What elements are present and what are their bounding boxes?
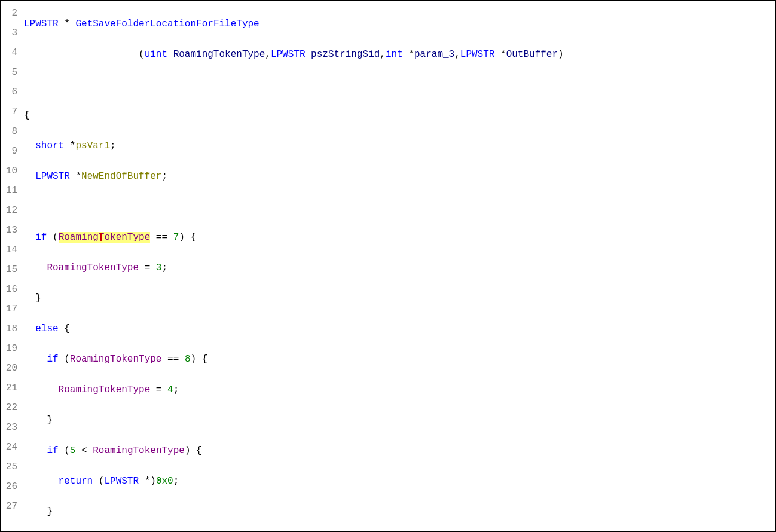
code-line[interactable]: if (RoamingTokenType == 8) { <box>24 350 771 369</box>
line-number: 10 <box>1 161 17 181</box>
code-line[interactable]: LPWSTR * GetSaveFolderLocationForFileTyp… <box>24 14 771 34</box>
var-token: RoamingTokenType <box>47 262 139 273</box>
lbrace-token: { <box>64 323 70 334</box>
var-token: RoamingTokenType <box>59 384 151 395</box>
line-number: 19 <box>1 339 17 359</box>
eq-token: == <box>167 354 179 365</box>
line-number: 8 <box>1 122 17 142</box>
rparen-token: ) <box>190 354 196 365</box>
lbrace-token: { <box>24 110 30 121</box>
semi-token: ; <box>173 384 179 395</box>
line-number: 14 <box>1 240 17 260</box>
var-token: RoamingTokenType <box>70 354 162 365</box>
lparen-token: ( <box>64 354 70 365</box>
code-line[interactable]: RoamingTokenType = 4; <box>24 380 771 400</box>
eq-token: == <box>156 232 167 243</box>
star-token: * <box>145 476 151 487</box>
var-token: NewEndOfBuffer <box>81 171 161 182</box>
line-number: 22 <box>1 398 17 418</box>
rparen-token: ) <box>150 476 156 487</box>
rparen-token: ) <box>185 445 191 456</box>
code-line[interactable]: return (LPWSTR *)0x0; <box>24 472 771 491</box>
comma-token: , <box>454 49 460 60</box>
line-number: 26 <box>1 477 17 497</box>
line-number: 9 <box>1 142 17 161</box>
line-number: 24 <box>1 438 17 457</box>
semi-token: ; <box>173 476 179 487</box>
comma-token: , <box>380 49 386 60</box>
line-number: 18 <box>1 319 17 339</box>
number-token: 4 <box>167 384 173 395</box>
line-number: 15 <box>1 260 17 280</box>
lparen-token: ( <box>64 445 70 456</box>
star-token: * <box>75 171 81 182</box>
type-token: LPWSTR <box>271 49 305 60</box>
lbrace-token: { <box>191 232 197 243</box>
star-token: * <box>500 49 506 60</box>
rbrace-token: } <box>35 293 41 304</box>
code-line[interactable]: (uint RoamingTokenType,LPWSTR pszStringS… <box>24 45 771 65</box>
star-token: * <box>70 140 76 151</box>
type-token: LPWSTR <box>104 476 139 487</box>
line-number: 20 <box>1 359 17 378</box>
type-token: short <box>35 140 64 151</box>
line-number: 7 <box>1 102 17 122</box>
var-token: psVar1 <box>75 140 110 151</box>
keyword-token: if <box>47 354 58 365</box>
line-number: 21 <box>1 378 17 398</box>
code-line[interactable]: } <box>24 502 771 522</box>
rbrace-token: } <box>47 506 53 517</box>
line-number: 4 <box>1 43 17 63</box>
highlighted-token: RoamingTokenType <box>59 232 151 243</box>
keyword-token: else <box>35 323 58 334</box>
code-line[interactable] <box>24 75 771 95</box>
lparen-token: ( <box>53 232 59 243</box>
keyword-token: return <box>59 476 93 487</box>
type-token: LPWSTR <box>35 171 70 182</box>
code-line[interactable]: short *psVar1; <box>24 136 771 156</box>
assign-token: = <box>145 262 151 273</box>
line-number: 2 <box>1 4 17 23</box>
rparen-token: ) <box>558 49 564 60</box>
code-line[interactable]: RoamingTokenType = 3; <box>24 258 771 278</box>
code-line[interactable]: else { <box>24 319 771 339</box>
code-line[interactable]: } <box>24 411 771 430</box>
type-token: int <box>386 49 403 60</box>
line-number: 5 <box>1 63 17 82</box>
line-number: 3 <box>1 23 17 43</box>
semi-token: ; <box>110 140 116 151</box>
code-line[interactable]: LPWSTR *NewEndOfBuffer; <box>24 167 771 186</box>
line-number: 12 <box>1 201 17 221</box>
line-number: 13 <box>1 221 17 240</box>
semi-token: ; <box>161 171 167 182</box>
code-line[interactable]: if (5 < RoamingTokenType) { <box>24 441 771 461</box>
var-token: RoamingTokenType <box>93 445 185 456</box>
param-token: param_3 <box>414 49 454 60</box>
code-line[interactable] <box>24 197 771 217</box>
line-number: 16 <box>1 280 17 299</box>
number-token: 0x0 <box>156 476 173 487</box>
lparen-token: ( <box>139 49 145 60</box>
line-number: 17 <box>1 299 17 319</box>
keyword-token: if <box>35 232 47 243</box>
param-token: RoamingTokenType <box>173 49 265 60</box>
number-token: 5 <box>70 445 76 456</box>
code-line[interactable]: { <box>24 106 771 126</box>
line-number-gutter: 2 3 4 5 6 7 8 9 10 11 12 13 14 15 16 17 … <box>1 1 20 531</box>
semi-token: ; <box>161 262 167 273</box>
code-line[interactable]: } <box>24 289 771 308</box>
keyword-token: if <box>47 445 58 456</box>
comma-token: , <box>265 49 271 60</box>
number-token: 7 <box>173 232 179 243</box>
code-editor[interactable]: 2 3 4 5 6 7 8 9 10 11 12 13 14 15 16 17 … <box>0 0 776 532</box>
type-token: LPWSTR <box>460 49 495 60</box>
lbrace-token: { <box>202 354 208 365</box>
rparen-token: ) <box>179 232 185 243</box>
code-area[interactable]: LPWSTR * GetSaveFolderLocationForFileTyp… <box>20 1 775 531</box>
lt-token: < <box>81 445 87 456</box>
line-number: 23 <box>1 418 17 438</box>
rbrace-token: } <box>47 415 53 426</box>
code-line[interactable]: if (RoamingTokenType == 7) { <box>24 228 771 247</box>
param-token: pszStringSid <box>311 49 380 60</box>
line-number: 27 <box>1 497 17 516</box>
